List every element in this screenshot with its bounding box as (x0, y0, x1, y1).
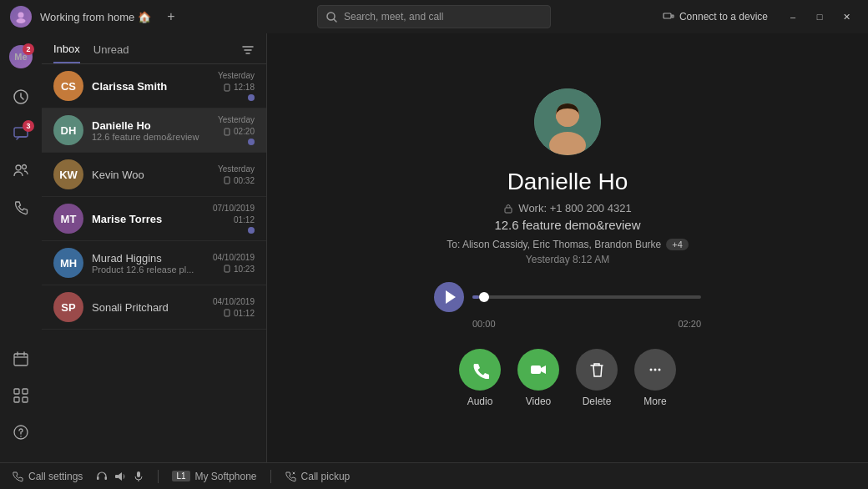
contact-name: Marise Torres (92, 213, 204, 225)
filter-icon[interactable] (241, 42, 255, 63)
contact-meta: Yesterday 12:18 (218, 71, 255, 101)
title-bar-right: Connect to a device – □ ✕ (575, 5, 858, 28)
contact-info: Murad Higgins Product 12.6 release pl... (92, 252, 204, 275)
video-icon (529, 360, 548, 379)
list-item[interactable]: MT Marise Torres 07/10/2019 01:12 (42, 197, 266, 241)
play-button[interactable] (434, 282, 464, 312)
player-row (434, 282, 701, 312)
svg-point-9 (23, 165, 27, 169)
scrubber-thumb[interactable] (479, 292, 489, 302)
avatar: MH (53, 248, 83, 278)
contact-info: Clarissa Smith (92, 80, 209, 93)
svg-rect-14 (23, 397, 28, 402)
attachment-icon (223, 309, 231, 317)
scrubber-track[interactable] (472, 295, 701, 299)
activity-icon (13, 88, 29, 105)
nav-item-apps[interactable] (4, 379, 38, 412)
audio-label: Audio (467, 396, 493, 407)
nav-sidebar: Me 2 3 (0, 33, 42, 462)
nav-item-help[interactable] (4, 416, 38, 449)
title-bar: Working from home 🏠 + Search, meet, and … (0, 0, 868, 33)
more-icon (646, 360, 664, 379)
conversation-panel: Inbox Unread CS Clarissa Smith Yesterday (42, 33, 267, 462)
contact-name: Sonali Pritchard (92, 301, 204, 314)
teams-icon (13, 162, 29, 179)
nav-item-teams[interactable] (4, 154, 38, 187)
more-btn-circle (634, 349, 676, 391)
svg-rect-10 (14, 354, 28, 365)
title-bar-center: Search, meet, and call (293, 5, 576, 28)
delete-label: Delete (583, 396, 612, 407)
nav-item-avatar[interactable]: Me 2 (4, 40, 38, 73)
nav-item-calendar[interactable] (4, 342, 38, 376)
svg-rect-27 (531, 365, 541, 374)
scrubber[interactable] (472, 295, 701, 299)
call-settings-label: Call settings (28, 471, 83, 482)
window-controls: – □ ✕ (781, 5, 858, 28)
action-buttons: Audio Video Delete (459, 349, 676, 407)
call-pickup-icon (285, 471, 296, 482)
more-button[interactable]: More (634, 349, 676, 407)
contact-meta: 07/10/2019 01:12 (213, 204, 255, 234)
svg-rect-11 (14, 389, 19, 394)
contact-list: CS Clarissa Smith Yesterday 12:18 DH (42, 64, 266, 462)
minimize-button[interactable]: – (781, 5, 805, 28)
attachment-icon (223, 265, 231, 273)
tab-unread[interactable]: Unread (93, 43, 129, 63)
list-item[interactable]: DH Danielle Ho 12.6 feature demo&review … (42, 108, 266, 153)
connect-device-icon (663, 11, 674, 23)
search-bar[interactable]: Search, meet, and call (317, 5, 551, 28)
softphone-label: My Softphone (195, 471, 257, 482)
list-item[interactable]: KW Kevin Woo Yesterday 00:32 (42, 153, 266, 197)
search-icon (326, 12, 337, 23)
svg-rect-26 (505, 208, 512, 213)
svg-rect-5 (672, 15, 674, 18)
svg-rect-34 (137, 471, 140, 477)
call-settings-item[interactable]: Call settings (12, 471, 83, 482)
svg-rect-18 (225, 129, 230, 135)
contact-photo-svg (534, 88, 601, 155)
list-item[interactable]: SP Sonali Pritchard 04/10/2019 01:12 (42, 285, 266, 330)
avatar: KW (53, 159, 83, 189)
list-item[interactable]: MH Murad Higgins Product 12.6 release pl… (42, 241, 266, 285)
video-button[interactable]: Video (517, 349, 559, 407)
contact-meta: Yesterday 02:20 (218, 115, 255, 145)
svg-rect-17 (225, 84, 230, 91)
panel-tabs: Inbox Unread (42, 33, 266, 64)
call-pickup-label: Call pickup (301, 471, 351, 482)
svg-rect-32 (105, 476, 108, 480)
call-pickup-item[interactable]: Call pickup (285, 471, 351, 482)
avatar: SP (53, 292, 83, 322)
close-button[interactable]: ✕ (835, 5, 858, 28)
add-button[interactable]: + (159, 5, 183, 28)
svg-rect-13 (14, 397, 19, 402)
svg-point-0 (18, 13, 24, 18)
speaker-icon (114, 471, 126, 482)
connect-device-button[interactable]: Connect to a device (663, 11, 768, 23)
maximize-button[interactable]: □ (808, 5, 831, 28)
attachment-icon (223, 83, 231, 92)
nav-item-activity[interactable] (4, 80, 38, 113)
app-title: Working from home 🏠 (40, 11, 151, 23)
softphone-badge: L1 (172, 471, 189, 481)
user-avatar[interactable] (10, 6, 32, 28)
svg-rect-33 (115, 475, 119, 478)
detail-timestamp: Yesterday 8:12 AM (526, 254, 609, 265)
list-item[interactable]: CS Clarissa Smith Yesterday 12:18 (42, 64, 266, 108)
attachment-icon (223, 176, 231, 184)
svg-point-30 (659, 369, 661, 371)
tab-inbox[interactable]: Inbox (53, 43, 80, 63)
svg-rect-20 (225, 265, 230, 272)
nav-item-chat[interactable]: 3 (4, 117, 38, 150)
svg-rect-19 (225, 177, 230, 184)
contact-photo-inner (534, 88, 601, 155)
avatar: DH (53, 115, 83, 145)
trash-icon (588, 360, 606, 379)
nav-item-calls[interactable] (4, 190, 38, 224)
main-content: Me 2 3 (0, 33, 868, 462)
contact-name: Murad Higgins (92, 252, 204, 265)
detail-panel: Danielle Ho Work: +1 800 200 4321 12.6 f… (267, 33, 868, 462)
svg-point-28 (650, 369, 653, 371)
audio-button[interactable]: Audio (459, 349, 501, 407)
delete-button[interactable]: Delete (576, 349, 618, 407)
